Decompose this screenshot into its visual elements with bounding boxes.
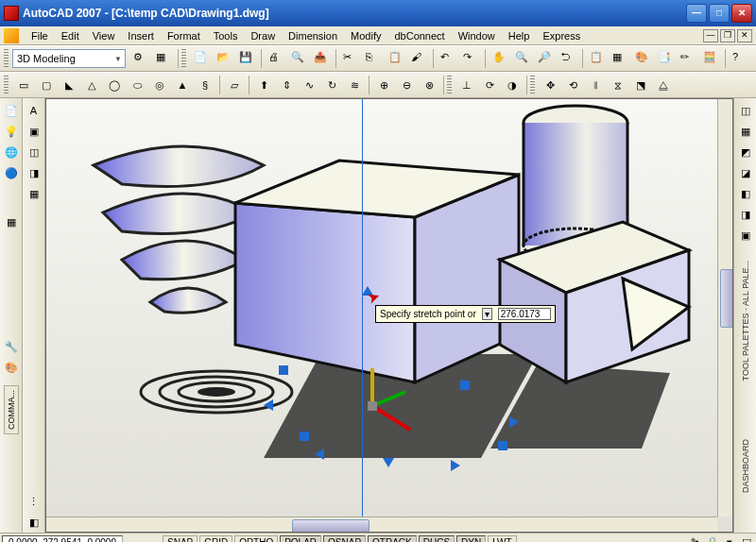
cylinder-icon[interactable]: ⬭ (127, 75, 147, 95)
menu-help[interactable]: Help (502, 28, 537, 43)
cmd-toggle-icon[interactable]: ◧ (25, 513, 43, 532)
plot-preview-icon[interactable]: 🔍 (288, 48, 309, 69)
presspull-icon[interactable]: ⇕ (276, 75, 297, 95)
design-center-icon[interactable]: ▦ (610, 48, 630, 69)
toolbar-grip[interactable] (447, 76, 452, 94)
text-icon[interactable]: A (25, 101, 43, 120)
paste-icon[interactable]: 📋 (386, 48, 406, 69)
undo-icon[interactable]: ↶ (438, 48, 458, 69)
lock-icon[interactable]: 🔒 (705, 535, 720, 543)
extrude-icon[interactable]: ⬆ (253, 75, 274, 95)
grip-stretch[interactable] (451, 460, 460, 471)
toolbar-grip[interactable] (4, 49, 9, 68)
palette-icon[interactable]: ▦ (2, 212, 21, 231)
menu-express[interactable]: Express (536, 28, 587, 43)
zoom-rt-icon[interactable]: 🔍 (512, 48, 533, 69)
ducs-toggle[interactable]: DUCS (419, 535, 455, 543)
grip-stretch-left[interactable] (264, 399, 273, 411)
stretch-value-input[interactable] (498, 308, 551, 320)
ucs-icon[interactable]: ⊥ (456, 75, 477, 95)
coordinate-display[interactable]: 0.0000, 272.9541, 0.0000 (2, 535, 123, 543)
doc-minimize-button[interactable]: — (703, 29, 718, 42)
snap-toggle[interactable]: SNAP (163, 535, 198, 543)
minimize-button[interactable]: — (686, 4, 707, 23)
maximize-button[interactable]: □ (709, 4, 730, 23)
pyramid-icon[interactable]: ▲ (172, 75, 193, 95)
tray-icon[interactable]: ▾ (722, 535, 737, 543)
lwt-toggle[interactable]: LWT (488, 535, 516, 543)
close-button[interactable]: ✕ (731, 4, 752, 23)
3dmirror-icon[interactable]: ⧖ (608, 75, 628, 95)
menu-edit[interactable]: Edit (55, 28, 86, 43)
revolve-icon[interactable]: ↻ (321, 75, 342, 95)
grip-corner[interactable] (460, 381, 470, 390)
wire-cube-icon[interactable]: ◫ (25, 143, 43, 161)
print-icon[interactable]: 🖨 (266, 48, 286, 69)
menu-modify[interactable]: Modify (344, 28, 387, 43)
menu-file[interactable]: File (25, 28, 55, 43)
calc-icon[interactable]: 🧮 (700, 48, 721, 69)
comm-center-icon[interactable]: 🛰 (688, 535, 703, 543)
sheet-icon[interactable]: 📄 (2, 101, 21, 120)
match-prop-icon[interactable]: 🖌 (408, 48, 429, 69)
menu-draw[interactable]: Draw (244, 28, 282, 43)
sectionplane-icon[interactable]: ⬔ (630, 75, 651, 95)
vertical-scrollbar[interactable] (717, 99, 732, 517)
cube-icon[interactable]: ▣ (25, 122, 43, 141)
wedge-icon[interactable]: ◣ (59, 75, 79, 95)
cmd-handle-icon[interactable]: ⋮ (25, 492, 43, 511)
copy-icon[interactable]: ⎘ (363, 48, 384, 69)
polysolid-icon[interactable]: ▭ (13, 75, 34, 95)
toolbar-grip[interactable] (530, 76, 535, 94)
tool-palettes-icon[interactable]: 🎨 (632, 48, 653, 69)
toolbar-grip[interactable] (181, 49, 186, 68)
intersect-icon[interactable]: ⊗ (419, 75, 439, 95)
menu-format[interactable]: Format (161, 28, 207, 43)
grip-stretch-right[interactable] (509, 416, 519, 428)
doc-close-button[interactable]: ✕ (737, 29, 752, 42)
tool-icon[interactable]: 🔧 (2, 337, 21, 356)
grip-stretch[interactable] (315, 449, 324, 460)
save-icon[interactable]: 💾 (236, 48, 257, 69)
realistic-icon[interactable]: ▦ (25, 184, 43, 203)
command-line-tab[interactable]: COMMA... (4, 385, 19, 434)
color-icon[interactable]: 🎨 (2, 358, 21, 377)
publish-icon[interactable]: 📤 (311, 48, 332, 69)
palette-btn-7[interactable]: ▣ (736, 226, 755, 245)
zoom-prev-icon[interactable]: ⮌ (558, 48, 578, 69)
tool-palettes-tab[interactable]: TOOL PALETTES - ALL PALE... (739, 255, 752, 386)
palette-btn-4[interactable]: ◪ (736, 163, 755, 182)
union-icon[interactable]: ⊕ (373, 75, 394, 95)
doc-restore-button[interactable]: ❐ (720, 29, 735, 42)
subtract-icon[interactable]: ⊖ (396, 75, 417, 95)
cut-icon[interactable]: ✂ (340, 48, 361, 69)
slice-icon[interactable]: ⧋ (653, 75, 674, 95)
workspace-dropdown[interactable]: 3D Modeling (12, 49, 126, 68)
grip-stretch-down[interactable] (383, 458, 394, 467)
polar-toggle[interactable]: POLAR (280, 535, 321, 543)
helix-icon[interactable]: § (195, 75, 215, 95)
grip-corner[interactable] (498, 441, 507, 450)
sphere-icon[interactable]: ◯ (104, 75, 125, 95)
visual-style-icon[interactable]: ◑ (502, 75, 523, 95)
dashboard-tab[interactable]: DASHBOARD (739, 433, 752, 499)
ortho-toggle[interactable]: ORTHO (234, 535, 278, 543)
grid-toggle[interactable]: GRID (199, 535, 232, 543)
workspace-settings-icon[interactable]: ⚙ (130, 48, 151, 69)
grip-stretch-up[interactable] (362, 286, 373, 296)
menu-window[interactable]: Window (452, 28, 502, 43)
palette-btn-1[interactable]: ◫ (736, 101, 755, 120)
palette-btn-5[interactable]: ◧ (736, 184, 755, 203)
3drotate-icon[interactable]: ⟲ (562, 75, 583, 95)
open-icon[interactable]: 📂 (214, 48, 234, 69)
horizontal-scrollbar[interactable] (46, 517, 717, 532)
layer-icon[interactable]: 💡 (2, 122, 21, 141)
render-icon[interactable]: 🔵 (2, 163, 21, 182)
box-icon[interactable]: ▢ (36, 75, 57, 95)
3dmove-icon[interactable]: ✥ (540, 75, 560, 95)
zoom-window-icon[interactable]: 🔎 (535, 48, 556, 69)
palette-btn-2[interactable]: ▦ (736, 122, 755, 141)
workspace-save-icon[interactable]: ▦ (153, 48, 174, 69)
world-icon[interactable]: 🌐 (2, 143, 21, 161)
dyn-toggle[interactable]: DYN (456, 535, 486, 543)
